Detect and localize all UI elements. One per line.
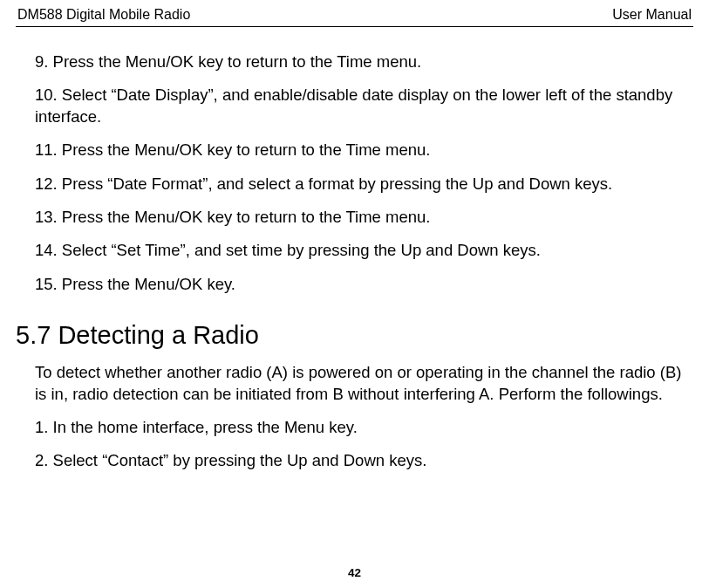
section-step-2: 2. Select “Contact” by pressing the Up a… (35, 450, 688, 471)
header-rule (16, 26, 693, 27)
step-12: 12. Press “Date Format”, and select a fo… (35, 174, 688, 195)
page-number: 42 (0, 566, 709, 579)
step-11: 11. Press the Menu/OK key to return to t… (35, 140, 688, 161)
header-right: User Manual (612, 7, 692, 23)
section-intro: To detect whether another radio (A) is p… (35, 362, 688, 405)
step-14: 14. Select “Set Time”, and set time by p… (35, 240, 688, 261)
section-step-1: 1. In the home interface, press the Menu… (35, 417, 688, 438)
step-10: 10. Select “Date Display”, and enable/di… (35, 85, 688, 127)
section-number: 5.7 (16, 321, 51, 349)
step-15: 15. Press the Menu/OK key. (35, 274, 688, 295)
page-container: DM588 Digital Mobile Radio User Manual 9… (0, 0, 709, 588)
step-13: 13. Press the Menu/OK key to return to t… (35, 207, 688, 228)
page-header: DM588 Digital Mobile Radio User Manual (16, 7, 693, 26)
header-left: DM588 Digital Mobile Radio (17, 7, 190, 23)
page-content: 9. Press the Menu/OK key to return to th… (16, 51, 693, 472)
section-title: Detecting a Radio (58, 321, 259, 349)
section-heading-5-7: 5.7 Detecting a Radio (16, 321, 688, 350)
step-9: 9. Press the Menu/OK key to return to th… (35, 51, 688, 72)
